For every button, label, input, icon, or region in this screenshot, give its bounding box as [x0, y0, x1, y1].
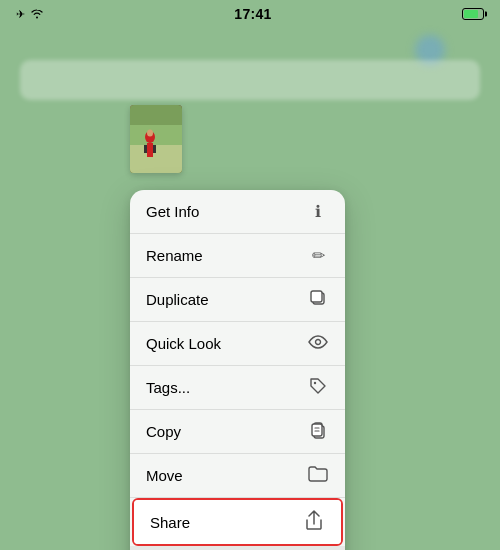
duplicate-icon [307, 289, 329, 311]
svg-rect-13 [312, 424, 322, 436]
menu-item-copy-label: Copy [146, 423, 181, 440]
menu-item-share-label: Share [150, 514, 190, 531]
svg-rect-4 [147, 143, 153, 157]
menu-item-move[interactable]: Move [130, 454, 345, 498]
svg-rect-9 [311, 291, 322, 302]
bg-header-blur [20, 60, 480, 100]
menu-item-rename[interactable]: Rename ✏ [130, 234, 345, 278]
menu-item-quick-look[interactable]: Quick Look [130, 322, 345, 366]
folder-icon [307, 466, 329, 486]
status-left: ✈ [16, 8, 44, 21]
tag-icon [307, 377, 329, 399]
menu-item-get-info[interactable]: Get Info ℹ [130, 190, 345, 234]
context-menu: Get Info ℹ Rename ✏ Duplicate Quick Look… [130, 190, 345, 550]
menu-item-get-info-label: Get Info [146, 203, 199, 220]
menu-item-tags-label: Tags... [146, 379, 190, 396]
pencil-icon: ✏ [307, 246, 329, 265]
battery-fill [464, 10, 478, 18]
battery-icon [462, 8, 484, 20]
svg-point-11 [314, 381, 316, 383]
menu-item-share[interactable]: Share [134, 500, 341, 544]
status-bar: ✈ 17:41 [0, 0, 500, 28]
file-thumbnail [130, 105, 182, 173]
status-right [462, 8, 484, 20]
thumbnail-image [130, 105, 182, 173]
info-icon: ℹ [307, 202, 329, 221]
menu-item-rename-label: Rename [146, 247, 203, 264]
svg-rect-2 [130, 125, 182, 145]
svg-point-10 [316, 339, 321, 344]
eye-icon [307, 335, 329, 353]
wifi-icon [30, 8, 44, 21]
share-icon [303, 510, 325, 534]
svg-rect-6 [144, 145, 147, 153]
menu-item-duplicate-label: Duplicate [146, 291, 209, 308]
status-time: 17:41 [234, 6, 271, 22]
battery-indicator [462, 8, 484, 20]
menu-item-duplicate[interactable]: Duplicate [130, 278, 345, 322]
airplane-icon: ✈ [16, 8, 25, 21]
menu-item-move-label: Move [146, 467, 183, 484]
menu-item-copy[interactable]: Copy [130, 410, 345, 454]
delete-separator [130, 546, 345, 550]
menu-item-tags[interactable]: Tags... [130, 366, 345, 410]
copy-icon [307, 421, 329, 443]
menu-item-quick-look-label: Quick Look [146, 335, 221, 352]
svg-point-5 [147, 130, 153, 137]
svg-rect-7 [153, 145, 156, 153]
